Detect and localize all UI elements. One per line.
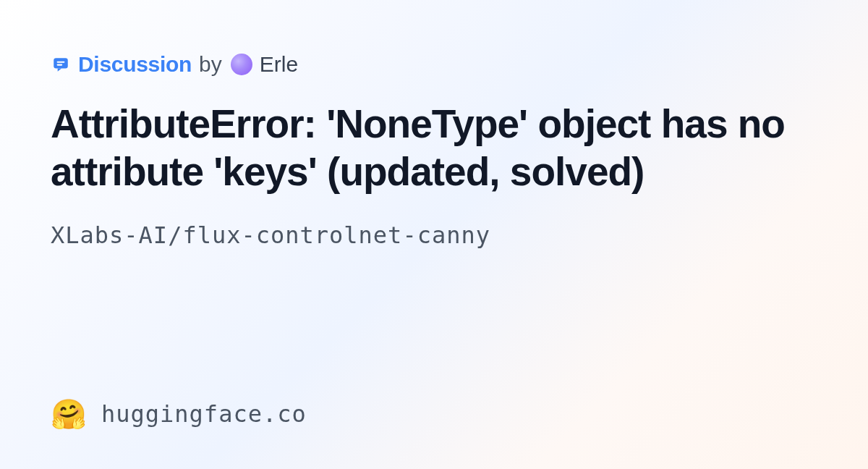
svg-rect-0: [54, 58, 68, 68]
avatar: [231, 54, 252, 75]
svg-rect-2: [57, 64, 63, 65]
huggingface-icon: 🤗: [51, 400, 87, 428]
page-title: AttributeError: 'NoneType' object has no…: [51, 100, 817, 195]
by-text: by: [199, 52, 222, 77]
meta-row: Discussion by Erle: [51, 52, 817, 77]
site-domain: huggingface.co: [101, 400, 307, 428]
repo-path: XLabs-AI/flux-controlnet-canny: [51, 221, 817, 249]
svg-rect-1: [57, 62, 65, 63]
footer: 🤗 huggingface.co: [51, 400, 307, 428]
discussion-label: Discussion: [78, 52, 192, 77]
discussion-icon: [51, 54, 71, 75]
author-name: Erle: [260, 52, 298, 77]
